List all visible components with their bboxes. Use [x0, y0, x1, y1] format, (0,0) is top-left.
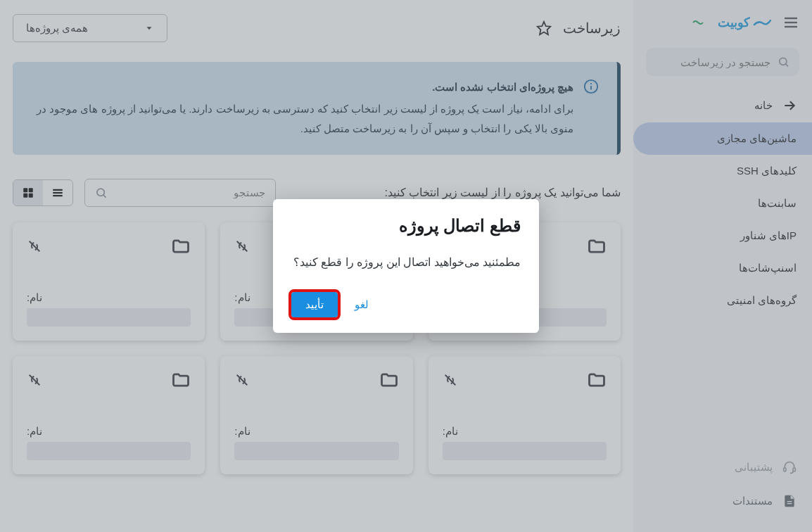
- disconnect-dialog: قطع اتصال پروژه مطمئنید می‌خواهید اتصال …: [273, 199, 539, 334]
- dialog-title: قطع اتصال پروژه: [291, 216, 521, 236]
- dialog-message: مطمئنید می‌خواهید اتصال این پروژه را قطع…: [291, 253, 521, 273]
- confirm-button[interactable]: تأیید: [291, 292, 338, 317]
- modal-overlay[interactable]: قطع اتصال پروژه مطمئنید می‌خواهید اتصال …: [0, 0, 812, 532]
- dialog-actions: تأیید لغو: [291, 292, 521, 317]
- cancel-button[interactable]: لغو: [349, 292, 374, 317]
